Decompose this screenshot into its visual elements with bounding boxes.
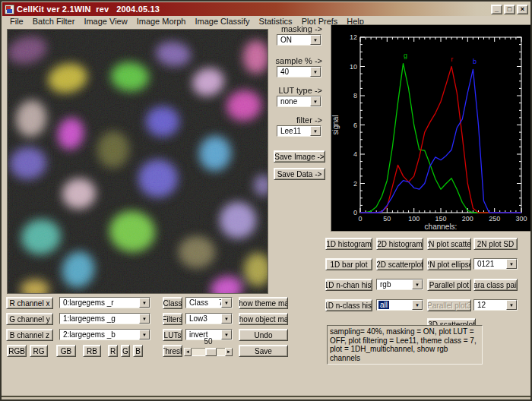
lut-type-value: none (279, 97, 299, 106)
channel-mode-select[interactable]: rgb ▼ (376, 279, 423, 290)
svg-text:8: 8 (353, 92, 357, 99)
pair-select[interactable]: 0121 ▼ (473, 258, 518, 270)
svg-text:0: 0 (358, 215, 362, 223)
count-select[interactable]: 12 ▼ (473, 299, 518, 311)
chevron-down-icon[interactable]: ▼ (412, 279, 423, 289)
r-channel-button[interactable]: R channel x (6, 297, 53, 309)
1d-histogram-button[interactable]: 1D histogram (325, 238, 372, 250)
lut-type-select[interactable]: none ▼ (277, 96, 321, 107)
g-channel-select[interactable]: 1:largegems _g ▼ (59, 313, 150, 324)
sample-value: 40 (279, 68, 290, 76)
chevron-down-icon[interactable]: ▼ (139, 314, 150, 324)
para-class-pairs-button[interactable]: Para class pairs (473, 279, 518, 291)
thresh-button[interactable]: Thresh (163, 345, 182, 357)
maximize-button-icon[interactable]: □ (504, 5, 515, 14)
r-button[interactable]: R (108, 345, 118, 357)
b-button[interactable]: B (133, 345, 143, 357)
masking-value: ON (279, 36, 293, 44)
svg-text:r: r (451, 55, 453, 63)
2n-plot-sd-button[interactable]: 2N plot SD (473, 238, 518, 250)
svg-text:b: b (473, 58, 477, 65)
menu-image-view[interactable]: Image View (79, 17, 131, 26)
menu-batch-filter[interactable]: Batch Filter (28, 17, 80, 26)
menu-image-classify[interactable]: Image Classify (190, 17, 254, 26)
2d-scatterplot-button[interactable]: 2D scatterplot (376, 258, 423, 270)
svg-text:g: g (404, 52, 407, 59)
g-channel-button[interactable]: G channel y (6, 313, 53, 325)
svg-text:signal: signal (331, 115, 340, 134)
chevron-down-icon[interactable]: ▼ (506, 300, 517, 310)
app-window: CellKit ver 2.1WIN rev 2004.05.13 _ □ × … (0, 0, 532, 401)
class-filter-value: all (378, 301, 389, 309)
sample-select[interactable]: 40 ▼ (277, 66, 321, 77)
svg-text:250: 250 (489, 215, 500, 223)
svg-text:10: 10 (350, 63, 357, 71)
menu-image-morph[interactable]: Image Morph (132, 17, 191, 26)
b-channel-value: 2:largegems _b (62, 330, 117, 339)
1d-nclass-hist-button[interactable]: 1D n-class hist (325, 299, 372, 311)
close-button-icon[interactable]: × (517, 5, 528, 14)
lut-type-label: LUT type -> (252, 86, 322, 95)
window-bottom-pad (2, 397, 530, 399)
show-object-map-button[interactable]: Show object map (239, 313, 288, 325)
chevron-down-icon[interactable]: ▼ (310, 67, 321, 77)
chevron-down-icon[interactable]: ▼ (310, 35, 321, 45)
2d-histogram-button[interactable]: 2D histogram (376, 238, 423, 250)
chevron-down-icon[interactable]: ▼ (506, 259, 517, 269)
pair-value: 0121 (476, 260, 496, 268)
1d-nchan-hist-button[interactable]: 1D n-chan hist (325, 279, 372, 291)
2n-plot-scatter-button[interactable]: 2N plot scatter (427, 238, 471, 250)
class-filter-select[interactable]: all ▼ (376, 299, 423, 311)
gb-button[interactable]: GB (56, 345, 76, 357)
2n-plot-ellipse-button[interactable]: 2N plot ellipse (427, 258, 471, 270)
filters-button[interactable]: Filters (163, 313, 182, 325)
r-channel-select[interactable]: 0:largegems _r ▼ (59, 297, 150, 308)
g-channel-value: 1:largegems _g (62, 314, 117, 323)
b-channel-button[interactable]: B channel z (6, 329, 53, 341)
chevron-down-icon[interactable]: ▼ (310, 96, 321, 106)
undo-button[interactable]: Undo (239, 329, 288, 341)
histogram-panel: 050100150200250300024681012channels:sign… (331, 24, 532, 232)
chevron-down-icon[interactable]: ▼ (139, 298, 150, 308)
chevron-down-icon[interactable]: ▼ (412, 300, 423, 310)
luts-button[interactable]: LUTs (163, 329, 182, 341)
slider-track[interactable] (192, 348, 225, 356)
count-value: 12 (476, 301, 487, 309)
chevron-down-icon[interactable]: ▼ (310, 126, 321, 136)
rgb-button[interactable]: RGB (7, 345, 27, 357)
svg-text:0: 0 (353, 209, 357, 216)
save-image-button[interactable]: Save Image -> (274, 150, 325, 163)
1d-bar-plot-button[interactable]: 1D bar plot (325, 258, 372, 270)
class-button[interactable]: Class (163, 297, 182, 309)
masking-select[interactable]: ON ▼ (277, 34, 321, 46)
svg-text:12: 12 (350, 33, 357, 41)
chevron-down-icon[interactable]: ▼ (221, 298, 232, 308)
filters-value: Low3 (188, 314, 209, 323)
save-data-button[interactable]: Save Data -> (274, 168, 325, 180)
status-text: sampling= 40%, masking = ON, plot LUT = … (330, 327, 477, 362)
parallel-plot-button[interactable]: Parallel plot (427, 279, 471, 291)
svg-text:50: 50 (383, 215, 391, 223)
minimize-button-icon[interactable]: _ (491, 5, 502, 14)
class-select[interactable]: Class 7 ▼ (185, 297, 233, 308)
rb-button[interactable]: RB (83, 345, 101, 357)
b-channel-select[interactable]: 2:largegems _b ▼ (59, 329, 150, 340)
show-theme-map-button[interactable]: Show theme map (239, 297, 288, 309)
filter-select[interactable]: Lee11 ▼ (277, 125, 321, 137)
filters-select[interactable]: Low3 ▼ (185, 313, 233, 324)
thresh-slider[interactable]: ◄ ► (184, 348, 233, 356)
menu-file[interactable]: File (5, 17, 28, 26)
filter-label: filter -> (252, 115, 322, 125)
slider-right-arrow-icon[interactable]: ► (225, 348, 233, 356)
slider-left-arrow-icon[interactable]: ◄ (184, 348, 192, 356)
chevron-down-icon[interactable]: ▼ (139, 330, 150, 339)
rg-button[interactable]: RG (30, 345, 48, 357)
svg-text:4: 4 (353, 150, 357, 158)
chevron-down-icon[interactable]: ▼ (221, 314, 232, 324)
channel-mode-value: rgb (378, 280, 392, 289)
g-button[interactable]: G (121, 345, 130, 357)
title-bar[interactable]: CellKit ver 2.1WIN rev 2004.05.13 _ □ × (2, 2, 530, 16)
thresh-value-label: 50 (192, 337, 225, 346)
slider-thumb[interactable] (205, 348, 217, 356)
save-button[interactable]: Save (239, 345, 288, 357)
